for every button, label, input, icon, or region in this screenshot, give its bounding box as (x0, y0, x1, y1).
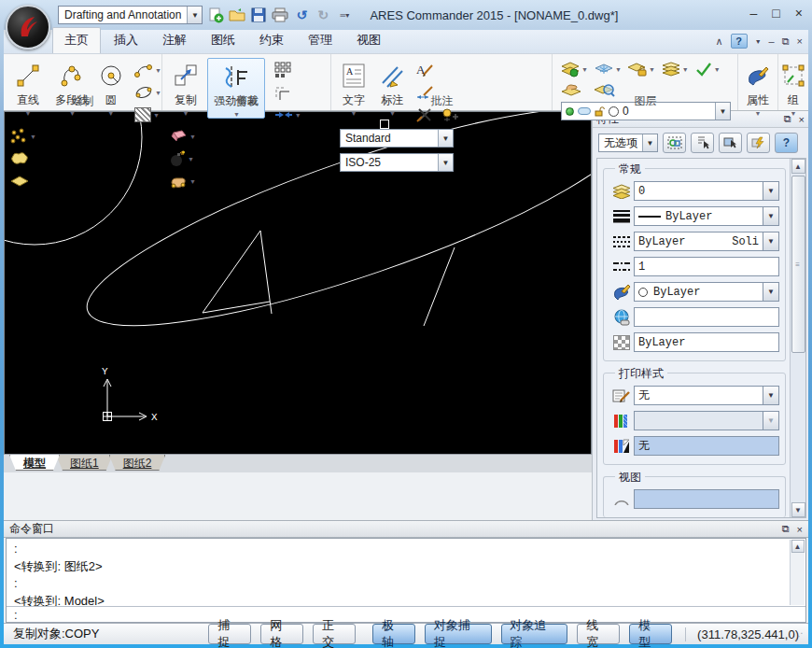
powertrim-button[interactable]: 强劲剪裁 ▼ (207, 58, 265, 119)
prop-layer-value[interactable]: 0 (634, 181, 763, 201)
explode-button[interactable]: ▼ (169, 149, 196, 168)
save-button[interactable] (250, 7, 267, 23)
sheet-tab-sheet2[interactable]: 图纸2 (109, 455, 166, 471)
group-dropdown-icon[interactable]: ▼ (791, 110, 797, 117)
command-float-button[interactable]: ⧉ (782, 523, 790, 535)
line-dropdown-icon[interactable]: ▼ (25, 110, 32, 117)
erase-button[interactable]: ▼ (169, 127, 196, 146)
qat-customize-icon[interactable]: ═▾ (336, 7, 353, 23)
layer-states-button[interactable]: ▼ (662, 60, 689, 78)
stretch-dropdown-icon[interactable]: ▼ (295, 112, 301, 119)
command-input[interactable]: : (7, 606, 805, 622)
properties-help-button[interactable]: ? (775, 133, 798, 153)
powertrim-dropdown-icon[interactable]: ▼ (233, 111, 240, 118)
command-close-button[interactable]: × (797, 524, 803, 535)
help-button[interactable]: ? (731, 34, 748, 49)
tab-sheet[interactable]: 图纸 (200, 28, 246, 53)
layer-lock-dropdown-icon[interactable]: ▼ (649, 66, 655, 73)
arc-dropdown-icon[interactable]: ▼ (155, 67, 161, 74)
arc-button[interactable]: ▼ (134, 61, 161, 79)
pattern-button[interactable] (274, 61, 301, 79)
hatch-dropdown-icon[interactable]: ▼ (153, 112, 160, 119)
prop-layer-dropdown-icon[interactable]: ▼ (763, 181, 779, 201)
tab-manage[interactable]: 管理 (297, 28, 343, 53)
select-objects-button[interactable] (719, 133, 742, 153)
workspace-dropdown-icon[interactable]: ▼ (187, 7, 202, 23)
polyline-dropdown-icon[interactable]: ▼ (69, 110, 76, 117)
tab-constraints[interactable]: 约束 (248, 28, 295, 53)
text-style-combo[interactable]: Standard ▼ (340, 129, 454, 148)
toggle-grid[interactable]: 网格 (260, 624, 303, 644)
selection-filter-combo[interactable]: 无选项 ▼ (598, 134, 658, 152)
toggle-ortho[interactable]: 正交 (313, 624, 356, 644)
maximize-button[interactable]: □ (772, 6, 779, 21)
revision-cloud-button[interactable] (9, 149, 36, 168)
tab-home[interactable]: 主页 (52, 27, 101, 53)
sheet-tab-model[interactable]: 模型 (9, 455, 60, 471)
application-menu-button[interactable] (6, 5, 50, 49)
erase-dropdown-icon[interactable]: ▼ (189, 134, 196, 140)
open-file-button[interactable] (229, 7, 245, 23)
layers-manager-dropdown-icon[interactable]: ▼ (581, 66, 588, 73)
point-dropdown-icon[interactable]: ▼ (30, 134, 36, 140)
prop-print-style-value[interactable]: 无 (634, 386, 763, 405)
scroll-down-icon[interactable]: ▼ (791, 502, 805, 517)
toggle-lineweight[interactable]: 线宽 (577, 624, 620, 644)
undo-button[interactable]: ↺ (293, 7, 310, 23)
prop-lineweight-value[interactable]: ByLayer (634, 206, 763, 226)
text-style-combo-dropdown-icon[interactable]: ▼ (438, 130, 453, 147)
new-file-button[interactable] (207, 7, 224, 23)
toggle-value-button[interactable] (747, 133, 770, 153)
layer-check-dropdown-icon[interactable]: ▼ (714, 66, 721, 73)
command-scrollbar[interactable]: ▲ (790, 540, 805, 605)
prop-ltscale-value[interactable]: 1 (634, 257, 779, 276)
command-history[interactable]: : <转换到: 图纸2> : <转换到: Model> (7, 539, 805, 606)
layers-manager-button[interactable]: ▼ (561, 60, 588, 78)
rotate-dropdown-icon[interactable]: ▼ (189, 178, 196, 185)
scroll-thumb[interactable]: ≡ (791, 176, 805, 353)
doc-minimize-button[interactable]: – (769, 35, 775, 47)
doc-restore-button[interactable]: ⧉ (782, 35, 790, 48)
print-button[interactable] (272, 7, 288, 23)
point-button[interactable]: ▼ (9, 127, 36, 146)
tab-insert[interactable]: 插入 (103, 28, 149, 53)
properties-ribbon-button[interactable]: 属性 ▼ (739, 58, 777, 117)
scroll-up-icon[interactable]: ▲ (791, 159, 805, 174)
close-button[interactable]: × (795, 6, 803, 21)
text-dropdown-icon[interactable]: ▼ (351, 110, 357, 117)
dim-style-combo[interactable]: ISO-25 ▼ (340, 153, 454, 172)
command-scroll-up-icon[interactable]: ▲ (791, 540, 805, 553)
toggle-etrack[interactable]: 对象追踪 (501, 624, 568, 644)
collapse-ribbon-icon[interactable]: ∧ (716, 35, 723, 48)
properties-dropdown-icon[interactable]: ▼ (755, 110, 762, 117)
text-style-button[interactable]: A (415, 61, 458, 79)
group-ribbon-button[interactable]: 组 ▼ (779, 58, 807, 117)
prop-color-value[interactable]: ByLayer (634, 282, 763, 302)
tab-annotate[interactable]: 注解 (151, 28, 198, 53)
explode-dropdown-icon[interactable]: ▼ (188, 156, 194, 162)
layer-states-dropdown-icon[interactable]: ▼ (682, 66, 689, 73)
prop-print-style-dropdown-icon[interactable]: ▼ (763, 386, 779, 405)
dim-style-combo-dropdown-icon[interactable]: ▼ (438, 154, 453, 171)
drawing-canvas[interactable]: Y X (4, 111, 592, 454)
sheet-tab-sheet1[interactable]: 图纸1 (56, 455, 113, 471)
toggle-esnap[interactable]: 对象捕捉 (425, 624, 492, 644)
copy-dropdown-icon[interactable]: ▼ (183, 110, 189, 117)
circle-dropdown-icon[interactable]: ▼ (107, 110, 114, 117)
minimize-button[interactable]: – (750, 6, 758, 21)
prop-transparency-value[interactable]: ByLayer (634, 332, 779, 352)
prop-view-value[interactable] (634, 489, 779, 509)
layer-check-button[interactable]: ▼ (695, 60, 721, 78)
layer-freeze-button[interactable]: ▼ (595, 60, 622, 78)
workspace-selector[interactable]: Drafting and Annotation ▼ (58, 6, 203, 24)
layer-freeze-dropdown-icon[interactable]: ▼ (615, 66, 622, 73)
prop-linetype-value[interactable]: ByLayerSoli (634, 232, 763, 251)
doc-close-button[interactable]: × (797, 35, 803, 47)
select-set-button[interactable] (663, 133, 686, 153)
prop-print-table-value[interactable]: 无 (634, 436, 779, 456)
selection-filter-dropdown-icon[interactable]: ▼ (642, 134, 657, 151)
toggle-polar[interactable]: 极轴 (372, 624, 415, 644)
properties-scrollbar[interactable]: ▲ ≡ ▼ (790, 159, 805, 517)
toggle-model[interactable]: 模型 (629, 624, 672, 644)
dimension-dropdown-icon[interactable]: ▼ (389, 110, 396, 117)
